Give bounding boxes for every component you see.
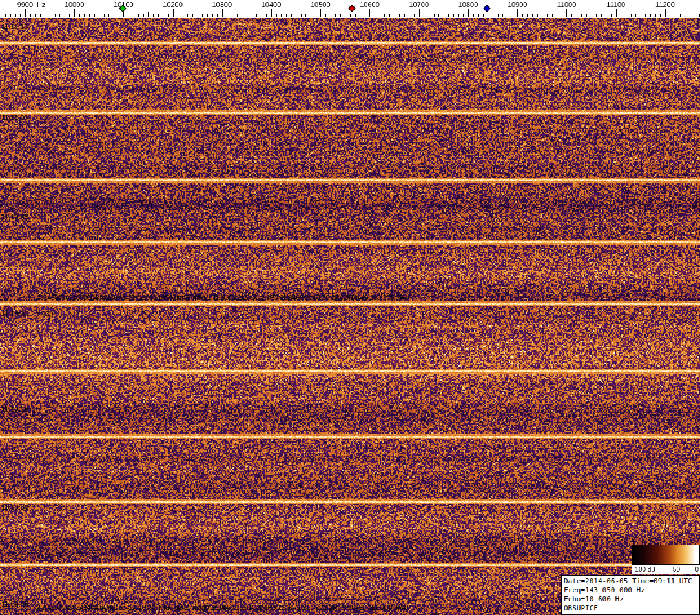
time-label: 11:10:30: [1, 310, 28, 318]
time-label: 11:09:45: [1, 601, 28, 608]
freq-unit-label: Hz: [37, 1, 45, 8]
freq-tick-label: 10400: [262, 1, 282, 8]
freq-tick-label: 10800: [458, 1, 479, 8]
freq-tick-label: 10500: [311, 1, 331, 8]
info-echo-offset: Echo=10 600 Hz: [564, 595, 697, 604]
time-label: 11:10:15: [1, 406, 28, 413]
freq-tick-label: 10900: [508, 1, 528, 8]
detection-annotation: ^ t+30: [36, 311, 53, 318]
freq-tick-label: 11200: [655, 1, 675, 8]
freq-tick-label: 10700: [409, 1, 429, 8]
db-max-label: 0: [695, 566, 699, 573]
freq-tick-label: 10200: [163, 1, 183, 8]
freq-tick-label: 10600: [360, 1, 380, 8]
time-label: 11:10:00: [1, 504, 28, 511]
frequency-ruler: 9900100001010010200103001040010500106001…: [0, 0, 700, 18]
detection-annotation: 20140605091030004 hCnt9 nb-71 f10301 hit…: [37, 295, 408, 301]
info-frequency: Freq=143 050 000 Hz: [564, 586, 697, 595]
spectrogram-canvas: [0, 18, 700, 615]
time-label: 11:10:45: [1, 214, 28, 221]
info-date-time: Date=2014-06-05 Time=09:11 UTC: [564, 577, 697, 586]
freq-tick-label: 11100: [606, 1, 625, 8]
freq-tick-label: 11000: [557, 1, 577, 8]
detection-annotation: 20140605090941404 hCnt8 nb-83 f10590 hit…: [37, 605, 406, 611]
freq-tick-label: 9900: [17, 1, 33, 8]
db-min-label: -100 dB: [633, 566, 655, 573]
time-label: 11:11:15: [1, 23, 28, 30]
db-gradient: [632, 545, 700, 565]
db-mid-label: -50: [671, 566, 680, 573]
spectrogram-area: -100 dB -50 0 Date=2014-06-05 Time=09:11…: [0, 18, 700, 615]
db-scale-legend: -100 dB -50 0: [632, 545, 700, 574]
time-label: 11:11:00: [1, 114, 28, 121]
info-station-name: OBSUPICE: [564, 604, 697, 613]
freq-tick-label: 10300: [212, 1, 232, 8]
db-gradient-labels: -100 dB -50 0: [632, 565, 700, 574]
freq-tick-label: 10000: [65, 1, 85, 8]
observation-info-box: Date=2014-06-05 Time=09:11 UTC Freq=143 …: [561, 575, 700, 615]
